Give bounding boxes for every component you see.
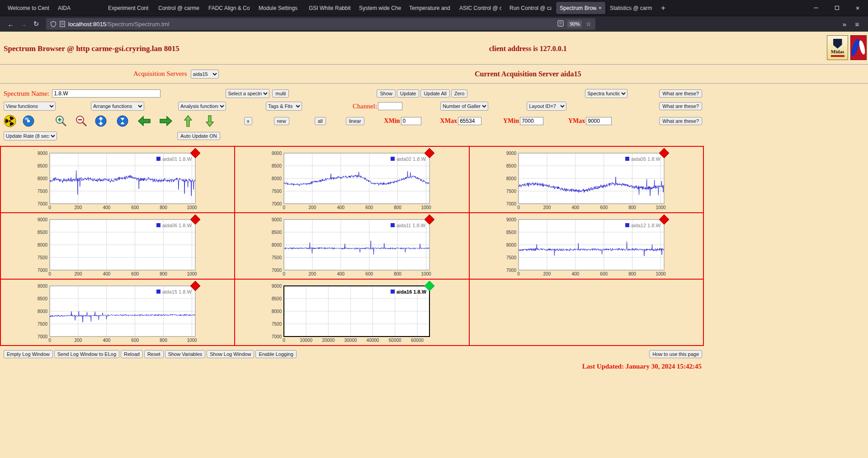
update-all-button[interactable]: Update All [420, 89, 449, 98]
spectrum-chart[interactable]: 7000750080008500900002004006008001000aid… [269, 148, 435, 211]
select-spectrum-dropdown[interactable]: Select a spectrum [226, 89, 269, 98]
tab-close-icon[interactable]: × [598, 5, 602, 11]
spectrum-chart[interactable]: 7000750080008500900002004006008001000aid… [34, 280, 201, 344]
browser-tab[interactable]: Experiment Cont [104, 2, 154, 14]
spectra-functions-dropdown[interactable]: Spectra functions [585, 89, 627, 98]
url-bar[interactable]: localhost:8015/Spectrum/Spectrum.tml 90%… [46, 18, 595, 30]
browser-tab[interactable]: AIDA [54, 2, 104, 14]
zoom-out-icon[interactable] [75, 114, 88, 128]
tags-fits-dropdown[interactable]: Tags & Fits [266, 102, 302, 111]
layout-id-dropdown[interactable]: Layout ID=7 [527, 102, 566, 111]
ymax-input[interactable] [586, 117, 612, 125]
reader-view-icon[interactable] [557, 20, 564, 28]
what-are-these-button-2[interactable]: What are these? [659, 102, 702, 110]
gallery-cell[interactable]: 7000750080008500900002004006008001000aid… [235, 146, 469, 213]
new-button[interactable]: new [274, 117, 289, 125]
zoom-level-badge[interactable]: 90% [567, 20, 582, 28]
update-button[interactable]: Update [397, 89, 419, 98]
gallery-cell-empty[interactable] [469, 279, 703, 346]
send-log-window-to-elog-button[interactable]: Send Log Window to ELog [54, 350, 119, 358]
browser-tab[interactable]: ASIC Control @ c [456, 2, 505, 14]
browser-tab[interactable]: Temperature and [406, 2, 455, 14]
ymin-input[interactable] [520, 117, 543, 125]
browser-tab[interactable]: Module Settings [255, 2, 304, 14]
zoom-in-icon[interactable] [54, 114, 68, 128]
gallery-cell[interactable]: 7000750080008500900002004006008001000aid… [469, 146, 703, 213]
spectrum-chart[interactable]: 7000750080008500900001000020000300004000… [269, 280, 435, 344]
browser-tab[interactable]: FADC Align & Co [205, 2, 254, 14]
gallery-cell[interactable]: 7000750080008500900002004006008001000aid… [235, 213, 469, 279]
reload-button[interactable]: ↻ [30, 18, 42, 30]
analysis-functions-dropdown[interactable]: Analysis functions [178, 102, 226, 111]
reset-button[interactable]: Reset [144, 350, 164, 358]
hamburger-menu-button[interactable]: ≡ [851, 18, 863, 30]
browser-tab[interactable]: GSI White Rabbit [305, 2, 354, 14]
show-log-window-button[interactable]: Show Log Window [207, 350, 254, 358]
tracking-shield-icon[interactable] [50, 21, 57, 28]
number-of-galleries-dropdown[interactable]: Number of Galleries [440, 102, 488, 111]
acquisition-server-select[interactable]: aida15 [191, 70, 219, 79]
channel-input[interactable] [378, 102, 402, 110]
what-are-these-button-1[interactable]: What are these? [659, 89, 702, 98]
show-variables-button[interactable]: Show Variables [165, 350, 206, 358]
browser-tab[interactable]: Run Control @ ca [506, 2, 555, 14]
svg-text:9000: 9000 [272, 151, 282, 156]
shift-right-icon[interactable] [159, 115, 173, 127]
browser-tab[interactable]: Control @ carme [155, 2, 204, 14]
browser-tab[interactable]: System wide Che [355, 2, 405, 14]
multi-button[interactable]: multi [272, 89, 289, 98]
xmax-input[interactable] [458, 117, 481, 125]
spectrum-chart[interactable]: 7000750080008500900002004006008001000aid… [269, 214, 435, 277]
gallery-cell[interactable]: 7000750080008500900002004006008001000aid… [0, 279, 235, 346]
xmin-input[interactable] [401, 117, 421, 125]
gallery-cell[interactable]: 7000750080008500900002004006008001000aid… [469, 213, 703, 279]
enable-logging-button[interactable]: Enable Logging [255, 350, 296, 358]
svg-text:9000: 9000 [38, 217, 48, 222]
update-rate-dropdown[interactable]: Update Rate (8 secs) [4, 131, 57, 140]
view-functions-dropdown[interactable]: View functions [4, 102, 56, 111]
shift-up-icon[interactable] [183, 115, 193, 127]
overflow-menu-button[interactable]: » [838, 18, 851, 30]
spectrum-chart[interactable]: 7000750080008500900002004006008001000aid… [503, 148, 670, 211]
auto-update-button[interactable]: Auto Update ON [177, 132, 220, 140]
zero-button[interactable]: Zero [451, 89, 468, 98]
spectrum-name-input[interactable] [52, 89, 160, 98]
reload-button[interactable]: Reload [121, 350, 143, 358]
new-tab-button[interactable]: + [657, 2, 669, 14]
gallery-cell[interactable]: 7000750080008500900001000020000300004000… [235, 279, 469, 346]
gallery-cell[interactable]: 7000750080008500900002004006008001000aid… [0, 213, 235, 279]
browser-tab[interactable]: Spectrum Brow× [556, 2, 605, 14]
window-maximize-button[interactable] [826, 0, 847, 16]
page-header: Spectrum Browser @ http carme-gsi.cryrin… [0, 44, 868, 53]
shift-left-icon[interactable] [137, 115, 151, 127]
what-are-these-button-3[interactable]: What are these? [659, 117, 702, 125]
shift-down-icon[interactable] [204, 115, 215, 127]
arrange-functions-dropdown[interactable]: Arrange functions [91, 102, 144, 111]
window-close-button[interactable]: × [847, 0, 868, 16]
window-minimize-button[interactable] [806, 0, 826, 16]
cd-icon[interactable] [23, 115, 34, 127]
tab-title: Experiment Cont [108, 5, 150, 11]
linear-button[interactable]: linear [346, 117, 364, 125]
svg-text:7000: 7000 [272, 268, 282, 273]
spectrum-chart[interactable]: 7000750080008500900002004006008001000aid… [503, 214, 670, 277]
radiation-icon[interactable] [4, 115, 16, 127]
bookmark-star-icon[interactable]: ☆ [585, 20, 591, 28]
compress-vertical-icon[interactable] [117, 115, 128, 127]
expand-vertical-icon[interactable] [95, 115, 107, 127]
svg-text:400: 400 [571, 205, 579, 210]
back-button[interactable]: ← [5, 18, 17, 30]
spectrum-chart[interactable]: 7000750080008500900002004006008001000aid… [34, 148, 201, 211]
how-to-use-this-page-button[interactable]: How to use this page [649, 350, 702, 358]
empty-log-window-button[interactable]: Empty Log Window [4, 350, 53, 358]
site-info-icon[interactable] [60, 21, 65, 27]
svg-text:aida12 1.8.W: aida12 1.8.W [631, 223, 660, 228]
browser-tab[interactable]: Welcome to Cent [4, 2, 53, 14]
gallery-cell[interactable]: 7000750080008500900002004006008001000aid… [0, 146, 235, 213]
all-button[interactable]: all [315, 117, 326, 125]
spectrum-chart[interactable]: 7000750080008500900002004006008001000aid… [34, 214, 201, 277]
forward-button[interactable]: → [17, 18, 30, 30]
x-button[interactable]: x [244, 117, 252, 125]
browser-tab[interactable]: Statistics @ carm [606, 2, 656, 14]
show-button[interactable]: Show [377, 89, 396, 98]
